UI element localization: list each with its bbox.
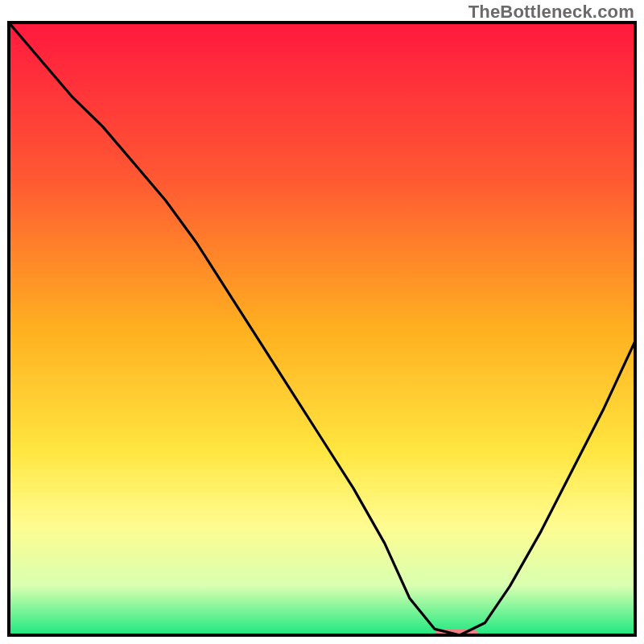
gradient-background [9,23,635,635]
bottleneck-chart [0,0,644,644]
chart-container: TheBottleneck.com [0,0,644,644]
